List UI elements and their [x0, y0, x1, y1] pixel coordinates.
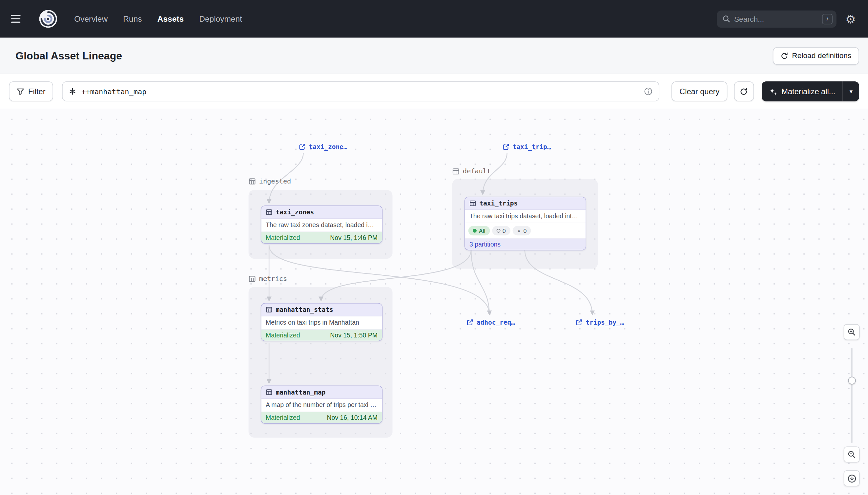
- table-icon: [266, 209, 272, 215]
- refresh-icon: [780, 52, 788, 60]
- external-asset-label: adhoc_req…: [477, 319, 515, 326]
- clear-query-button[interactable]: Clear query: [672, 81, 727, 101]
- zoom-slider-track[interactable]: [851, 348, 853, 443]
- asset-name: manhattan_map: [276, 388, 325, 396]
- asset-node-manhattan_stats[interactable]: manhattan_stats Metrics on taxi trips in…: [261, 303, 383, 341]
- clear-query-label: Clear query: [679, 87, 720, 96]
- group-label-default[interactable]: default: [453, 167, 491, 175]
- zoom-in-button[interactable]: [844, 324, 860, 340]
- asset-description: The raw taxi zones dataset, loaded int..…: [262, 219, 382, 233]
- nav-assets[interactable]: Assets: [157, 14, 184, 23]
- partition-failed-badge: ▲ 0: [512, 226, 531, 236]
- external-link-icon: [576, 319, 582, 326]
- warning-triangle-icon: ▲: [517, 228, 521, 233]
- filter-label: Filter: [28, 87, 46, 96]
- filter-funnel-icon: [17, 88, 24, 96]
- partitions-summary: 3 partitions: [470, 241, 501, 248]
- table-icon: [266, 306, 272, 313]
- nav-overview[interactable]: Overview: [74, 14, 108, 23]
- group-label-ingested[interactable]: ingested: [249, 177, 291, 185]
- partition-status-row: All 0 ▲ 0: [465, 223, 586, 239]
- settings-gear-icon[interactable]: ⚙: [845, 13, 856, 24]
- group-name: ingested: [259, 177, 291, 185]
- op-selector-icon: [69, 88, 76, 96]
- materialize-all-split-button: Materialize all... ▾: [762, 81, 859, 101]
- search-icon: [722, 15, 730, 23]
- asset-name: manhattan_stats: [276, 306, 333, 314]
- materialize-all-button[interactable]: Materialize all...: [762, 81, 843, 101]
- materialize-dropdown-caret-icon[interactable]: ▾: [843, 81, 859, 101]
- zoom-out-button[interactable]: [844, 446, 860, 462]
- page-header: Global Asset Lineage Reload definitions: [0, 38, 868, 74]
- asset-name: taxi_trips: [479, 200, 518, 207]
- partition-missing-badge: 0: [492, 226, 510, 236]
- reload-definitions-button[interactable]: Reload definitions: [773, 47, 859, 65]
- asset-node-taxi_trips[interactable]: taxi_trips The raw taxi trips dataset, l…: [464, 197, 586, 251]
- sparkle-icon: [768, 87, 777, 96]
- asset-node-taxi_zones[interactable]: taxi_zones The raw taxi zones dataset, l…: [261, 205, 383, 243]
- asset-name: taxi_zones: [276, 208, 314, 216]
- group-name: metrics: [259, 275, 287, 283]
- search-shortcut-key: /: [822, 14, 833, 24]
- asset-description: Metrics on taxi trips in Manhattan: [262, 317, 382, 330]
- lineage-toolbar: Filter Clear query Materialize: [0, 74, 868, 109]
- missing-circle-icon: [496, 229, 500, 233]
- nav-deployment[interactable]: Deployment: [199, 14, 242, 23]
- refresh-icon: [740, 87, 748, 96]
- group-name: default: [463, 167, 491, 175]
- group-grid-icon: [249, 275, 256, 282]
- group-grid-icon: [453, 167, 460, 175]
- group-label-metrics[interactable]: metrics: [249, 275, 287, 283]
- table-icon: [266, 389, 272, 395]
- lineage-edges: [0, 109, 868, 495]
- group-grid-icon: [249, 177, 256, 185]
- materialized-status: Materialized: [266, 234, 300, 241]
- lineage-graph-canvas[interactable]: ingested default metrics taxi_zone… ta: [0, 109, 868, 495]
- materialized-timestamp: Nov 16, 10:14 AM: [327, 414, 377, 421]
- asset-node-manhattan_map[interactable]: manhattan_map A map of the number of tri…: [261, 386, 383, 424]
- info-icon[interactable]: [644, 87, 653, 96]
- materialized-timestamp: Nov 15, 1:50 PM: [330, 332, 377, 338]
- external-asset-trips_by_week[interactable]: trips_by_…: [576, 319, 624, 326]
- asset-description: The raw taxi trips dataset, loaded into …: [465, 210, 586, 224]
- dagster-app: Overview Runs Assets Deployment / ⚙ Glob…: [0, 0, 868, 495]
- external-asset-label: taxi_trip…: [513, 143, 551, 151]
- external-link-icon: [467, 319, 473, 326]
- reload-definitions-label: Reload definitions: [792, 52, 851, 60]
- main-nav: Overview Runs Assets Deployment: [74, 14, 242, 23]
- external-link-icon: [299, 143, 305, 150]
- external-asset-label: trips_by_…: [586, 319, 624, 326]
- success-dot-icon: [473, 229, 477, 233]
- nav-runs[interactable]: Runs: [123, 14, 142, 23]
- search-input[interactable]: [734, 15, 818, 23]
- external-asset-adhoc_request[interactable]: adhoc_req…: [467, 319, 515, 326]
- materialized-timestamp: Nov 15, 1:46 PM: [330, 234, 377, 241]
- query-input[interactable]: [81, 87, 639, 96]
- partition-all-badge: All: [468, 226, 490, 236]
- external-link-icon: [502, 143, 509, 150]
- zoom-slider[interactable]: [844, 348, 860, 443]
- zoom-slider-thumb[interactable]: [848, 377, 855, 385]
- materialize-all-label: Materialize all...: [781, 87, 835, 96]
- materialized-status: Materialized: [266, 332, 300, 338]
- table-icon: [470, 200, 476, 206]
- global-search[interactable]: /: [717, 10, 837, 27]
- menu-icon[interactable]: [11, 12, 25, 26]
- page-title: Global Asset Lineage: [15, 50, 773, 62]
- filter-button[interactable]: Filter: [9, 81, 53, 101]
- dagster-logo[interactable]: [39, 10, 57, 28]
- materialized-status: Materialized: [266, 414, 300, 421]
- top-nav: Overview Runs Assets Deployment / ⚙: [0, 0, 868, 38]
- recenter-view-button[interactable]: [844, 471, 860, 487]
- external-asset-taxi_trip_file[interactable]: taxi_trip…: [502, 143, 551, 151]
- external-asset-taxi_zone_file[interactable]: taxi_zone…: [299, 143, 347, 151]
- external-asset-label: taxi_zone…: [309, 143, 348, 151]
- refresh-button[interactable]: [734, 81, 754, 101]
- asset-description: A map of the number of trips per taxi z.…: [262, 399, 382, 412]
- asset-selection-box[interactable]: [62, 81, 659, 101]
